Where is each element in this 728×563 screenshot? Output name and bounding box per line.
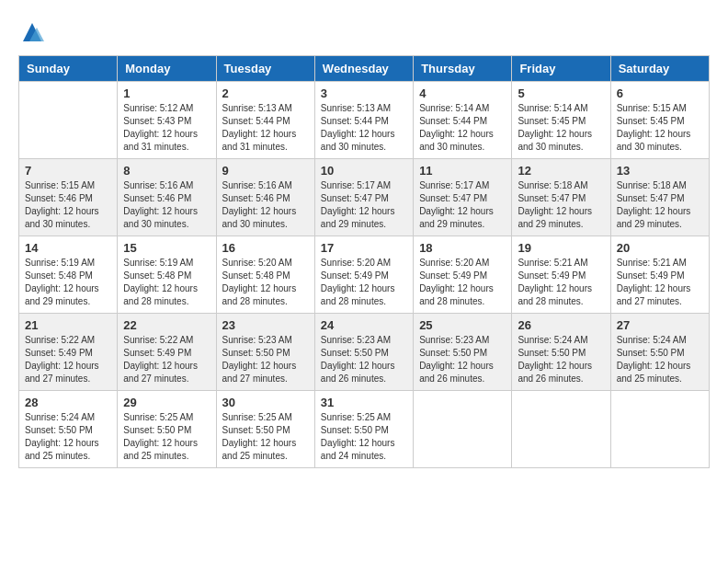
day-number: 21	[25, 318, 111, 332]
day-info: Sunrise: 5:12 AM Sunset: 5:43 PM Dayligh…	[123, 102, 210, 154]
day-number: 7	[25, 164, 111, 178]
day-cell: 27Sunrise: 5:24 AM Sunset: 5:50 PM Dayli…	[610, 314, 709, 391]
day-cell: 29Sunrise: 5:25 AM Sunset: 5:50 PM Dayli…	[118, 391, 216, 468]
day-cell: 24Sunrise: 5:23 AM Sunset: 5:50 PM Dayli…	[314, 314, 413, 391]
day-cell: 21Sunrise: 5:22 AM Sunset: 5:49 PM Dayli…	[19, 314, 118, 391]
day-number: 23	[222, 318, 309, 332]
day-number: 22	[123, 318, 210, 332]
header-saturday: Saturday	[610, 56, 709, 82]
day-info: Sunrise: 5:21 AM Sunset: 5:49 PM Dayligh…	[518, 257, 604, 308]
calendar-body: 1Sunrise: 5:12 AM Sunset: 5:43 PM Daylig…	[19, 82, 710, 468]
day-info: Sunrise: 5:17 AM Sunset: 5:47 PM Dayligh…	[419, 179, 506, 231]
day-number: 1	[123, 86, 210, 100]
day-info: Sunrise: 5:20 AM Sunset: 5:49 PM Dayligh…	[419, 257, 506, 308]
day-info: Sunrise: 5:20 AM Sunset: 5:48 PM Dayligh…	[222, 257, 309, 308]
day-cell: 31Sunrise: 5:25 AM Sunset: 5:50 PM Dayli…	[314, 391, 413, 468]
header-sunday: Sunday	[19, 56, 118, 82]
day-number: 30	[222, 396, 309, 409]
day-cell: 9Sunrise: 5:16 AM Sunset: 5:46 PM Daylig…	[216, 159, 314, 236]
day-cell: 28Sunrise: 5:24 AM Sunset: 5:50 PM Dayli…	[19, 391, 118, 468]
day-cell: 14Sunrise: 5:19 AM Sunset: 5:48 PM Dayli…	[19, 236, 118, 314]
day-info: Sunrise: 5:17 AM Sunset: 5:47 PM Dayligh…	[321, 179, 407, 231]
day-info: Sunrise: 5:22 AM Sunset: 5:49 PM Dayligh…	[25, 334, 111, 385]
day-cell	[414, 391, 512, 468]
week-row-3: 14Sunrise: 5:19 AM Sunset: 5:48 PM Dayli…	[19, 236, 710, 314]
day-number: 11	[419, 164, 506, 178]
logo-icon	[18, 18, 46, 46]
day-number: 5	[518, 86, 604, 100]
day-info: Sunrise: 5:14 AM Sunset: 5:44 PM Dayligh…	[419, 102, 506, 154]
header	[18, 18, 710, 46]
day-info: Sunrise: 5:18 AM Sunset: 5:47 PM Dayligh…	[617, 179, 703, 231]
day-cell: 15Sunrise: 5:19 AM Sunset: 5:48 PM Dayli…	[118, 236, 216, 314]
day-number: 29	[123, 396, 210, 409]
day-info: Sunrise: 5:25 AM Sunset: 5:50 PM Dayligh…	[222, 411, 309, 463]
week-row-1: 1Sunrise: 5:12 AM Sunset: 5:43 PM Daylig…	[19, 82, 710, 159]
header-tuesday: Tuesday	[216, 56, 314, 82]
day-number: 28	[25, 396, 111, 409]
day-info: Sunrise: 5:13 AM Sunset: 5:44 PM Dayligh…	[222, 102, 309, 154]
day-info: Sunrise: 5:25 AM Sunset: 5:50 PM Dayligh…	[321, 411, 407, 463]
day-cell: 11Sunrise: 5:17 AM Sunset: 5:47 PM Dayli…	[414, 159, 512, 236]
day-number: 6	[617, 86, 703, 100]
day-cell: 26Sunrise: 5:24 AM Sunset: 5:50 PM Dayli…	[512, 314, 610, 391]
week-row-5: 28Sunrise: 5:24 AM Sunset: 5:50 PM Dayli…	[19, 391, 710, 468]
day-info: Sunrise: 5:16 AM Sunset: 5:46 PM Dayligh…	[123, 179, 210, 231]
day-info: Sunrise: 5:19 AM Sunset: 5:48 PM Dayligh…	[123, 257, 210, 308]
calendar-header: SundayMondayTuesdayWednesdayThursdayFrid…	[19, 56, 710, 82]
logo	[18, 18, 50, 46]
day-number: 14	[25, 241, 111, 255]
day-info: Sunrise: 5:16 AM Sunset: 5:46 PM Dayligh…	[222, 179, 309, 231]
day-cell: 23Sunrise: 5:23 AM Sunset: 5:50 PM Dayli…	[216, 314, 314, 391]
day-number: 8	[123, 164, 210, 178]
day-number: 20	[617, 241, 703, 255]
day-number: 15	[123, 241, 210, 255]
header-row: SundayMondayTuesdayWednesdayThursdayFrid…	[19, 56, 710, 82]
day-cell: 10Sunrise: 5:17 AM Sunset: 5:47 PM Dayli…	[314, 159, 413, 236]
calendar-table: SundayMondayTuesdayWednesdayThursdayFrid…	[18, 55, 710, 468]
day-cell: 22Sunrise: 5:22 AM Sunset: 5:49 PM Dayli…	[118, 314, 216, 391]
day-cell: 4Sunrise: 5:14 AM Sunset: 5:44 PM Daylig…	[414, 82, 512, 159]
day-cell	[610, 391, 709, 468]
day-number: 12	[518, 164, 604, 178]
day-number: 24	[321, 318, 407, 332]
day-info: Sunrise: 5:24 AM Sunset: 5:50 PM Dayligh…	[25, 411, 111, 463]
header-wednesday: Wednesday	[314, 56, 413, 82]
day-cell: 8Sunrise: 5:16 AM Sunset: 5:46 PM Daylig…	[118, 159, 216, 236]
day-info: Sunrise: 5:23 AM Sunset: 5:50 PM Dayligh…	[321, 334, 407, 385]
day-cell	[19, 82, 118, 159]
day-cell: 1Sunrise: 5:12 AM Sunset: 5:43 PM Daylig…	[118, 82, 216, 159]
day-cell: 13Sunrise: 5:18 AM Sunset: 5:47 PM Dayli…	[610, 159, 709, 236]
day-number: 9	[222, 164, 309, 178]
day-number: 25	[419, 318, 506, 332]
header-friday: Friday	[512, 56, 610, 82]
day-number: 19	[518, 241, 604, 255]
header-monday: Monday	[118, 56, 216, 82]
week-row-4: 21Sunrise: 5:22 AM Sunset: 5:49 PM Dayli…	[19, 314, 710, 391]
header-thursday: Thursday	[414, 56, 512, 82]
day-cell: 19Sunrise: 5:21 AM Sunset: 5:49 PM Dayli…	[512, 236, 610, 314]
day-cell: 25Sunrise: 5:23 AM Sunset: 5:50 PM Dayli…	[414, 314, 512, 391]
day-info: Sunrise: 5:18 AM Sunset: 5:47 PM Dayligh…	[518, 179, 604, 231]
day-cell: 2Sunrise: 5:13 AM Sunset: 5:44 PM Daylig…	[216, 82, 314, 159]
day-cell: 18Sunrise: 5:20 AM Sunset: 5:49 PM Dayli…	[414, 236, 512, 314]
day-info: Sunrise: 5:23 AM Sunset: 5:50 PM Dayligh…	[222, 334, 309, 385]
day-cell	[512, 391, 610, 468]
day-cell: 6Sunrise: 5:15 AM Sunset: 5:45 PM Daylig…	[610, 82, 709, 159]
day-info: Sunrise: 5:25 AM Sunset: 5:50 PM Dayligh…	[123, 411, 210, 463]
day-number: 3	[321, 86, 407, 100]
day-number: 31	[321, 396, 407, 409]
day-cell: 12Sunrise: 5:18 AM Sunset: 5:47 PM Dayli…	[512, 159, 610, 236]
day-info: Sunrise: 5:15 AM Sunset: 5:46 PM Dayligh…	[25, 179, 111, 231]
day-number: 27	[617, 318, 703, 332]
day-number: 13	[617, 164, 703, 178]
week-row-2: 7Sunrise: 5:15 AM Sunset: 5:46 PM Daylig…	[19, 159, 710, 236]
day-info: Sunrise: 5:24 AM Sunset: 5:50 PM Dayligh…	[617, 334, 703, 385]
day-cell: 3Sunrise: 5:13 AM Sunset: 5:44 PM Daylig…	[314, 82, 413, 159]
day-number: 26	[518, 318, 604, 332]
day-cell: 20Sunrise: 5:21 AM Sunset: 5:49 PM Dayli…	[610, 236, 709, 314]
day-number: 16	[222, 241, 309, 255]
day-info: Sunrise: 5:20 AM Sunset: 5:49 PM Dayligh…	[321, 257, 407, 308]
day-info: Sunrise: 5:13 AM Sunset: 5:44 PM Dayligh…	[321, 102, 407, 154]
day-number: 10	[321, 164, 407, 178]
